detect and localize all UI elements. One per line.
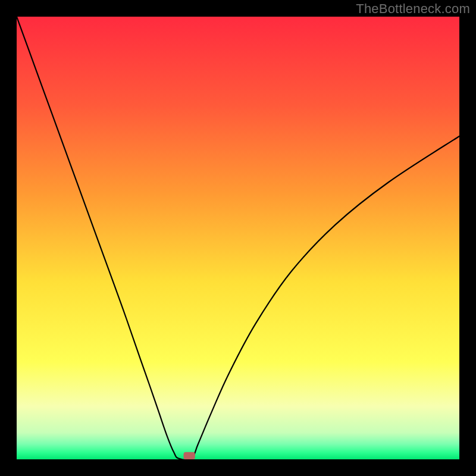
- watermark-label: TheBottleneck.com: [356, 1, 470, 17]
- bottleneck-chart: [17, 17, 459, 459]
- chart-frame: TheBottleneck.com: [0, 0, 476, 476]
- optimum-marker: [183, 452, 195, 459]
- chart-background: [17, 17, 459, 459]
